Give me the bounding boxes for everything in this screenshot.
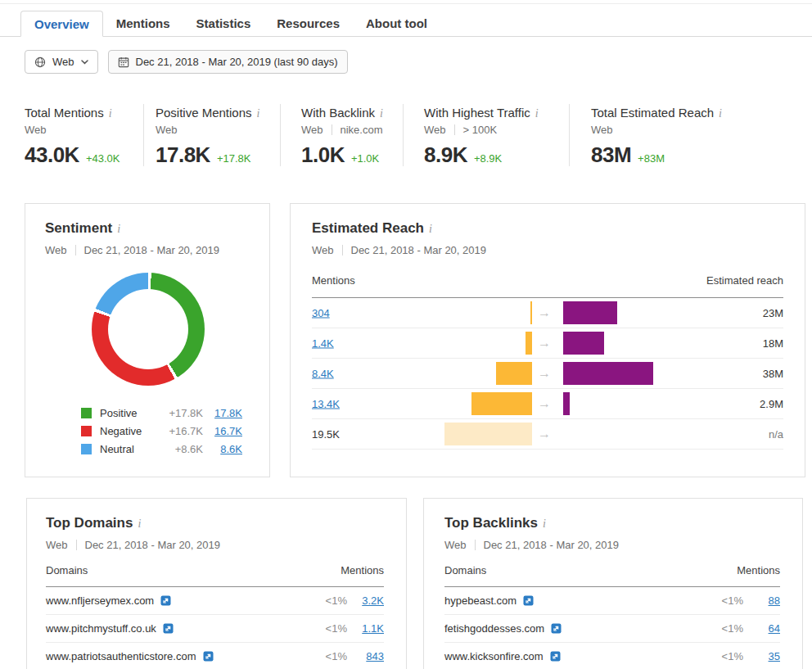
table-row: 8.4K → 38M [312,359,783,389]
neutral-count-link[interactable]: 8.6K [220,443,242,455]
estimated-reach-card-title: Estimated Reach [312,220,424,237]
info-icon[interactable]: i [719,107,722,120]
external-link-icon[interactable] [203,651,214,662]
page-top-divider [0,3,812,4]
mention-share: <1% [326,650,347,662]
stat-title: Total Estimated Reach [591,106,714,120]
stat-value: 83M [591,142,631,168]
table-row: 1.4K → 18M [312,328,783,359]
sentiment-card-subtitle: Web Dec 21, 2018 - Mar 20, 2019 [45,244,248,256]
mentions-bar [526,332,532,355]
mention-count-link[interactable]: 64 [769,622,780,635]
negative-count-link[interactable]: 16.7K [214,425,242,437]
table-row: 304 → 23M [312,298,783,328]
table-row: www.patriotsauthenticstore.com <1% 843 [46,643,384,669]
external-link-icon[interactable] [551,623,562,634]
filter-bar: Web Dec 21, 2018 - Mar 20, 2019 (last 90… [25,50,348,74]
top-backlinks-card: Top Backlinks i Web Dec 21, 2018 - Mar 2… [423,498,803,669]
tab-about-tool[interactable]: About tool [353,11,440,36]
subtitle-divider [475,540,476,550]
date-range-picker[interactable]: Dec 21, 2018 - Mar 20, 2019 (last 90 day… [108,50,348,74]
mention-count-link[interactable]: 3.2K [362,594,384,607]
column-header-mentions: Mentions [312,274,355,287]
stat-title: Total Mentions [25,106,104,120]
stat-with-highest-traffic: With Highest Traffici Web> 100K 8.9K+8.9… [403,104,569,166]
info-icon[interactable]: i [117,223,120,236]
chevron-down-icon [81,60,88,65]
subtitle-divider [342,245,343,255]
info-icon[interactable]: i [380,107,383,120]
subtitle-divider [76,540,77,550]
tab-statistics[interactable]: Statistics [183,11,264,36]
mentions-count-link[interactable]: 8.4K [312,368,334,380]
mention-share: <1% [326,594,347,607]
stat-value: 43.0K [25,142,79,168]
stat-with-backlink: With Backlinki Webnike.com 1.0K+1.0K [280,104,403,166]
reach-bar [563,332,604,355]
table-row: www.pitchmystuff.co.uk <1% 1.1K [46,615,384,643]
reach-value: 18M [763,337,783,350]
info-icon[interactable]: i [429,223,432,236]
legend-row-neutral: Neutral +8.6K 8.6K [81,440,242,458]
stat-delta: +43.0K [86,152,120,165]
positive-count-link[interactable]: 17.8K [214,407,242,419]
source-dropdown-label: Web [52,56,74,68]
top-domains-card-title: Top Domains [46,515,133,531]
reach-bar [563,362,653,385]
neutral-swatch [81,444,92,454]
stat-title: With Highest Traffic [424,106,530,120]
arrow-right-icon: → [538,305,551,320]
source-dropdown[interactable]: Web [25,50,98,74]
mentions-count-link[interactable]: 1.4K [312,337,334,350]
external-link-icon[interactable] [550,651,561,662]
arrow-right-icon: → [538,336,551,350]
arrow-right-icon: → [538,396,551,411]
domain-name: www.nfljerseymex.com [46,594,154,607]
external-link-icon[interactable] [523,595,534,606]
stat-total-mentions: Total Mentionsi Web 43.0K+43.0K [25,104,143,166]
mention-count-link[interactable]: 843 [366,650,384,662]
top-domains-table: www.nfljerseymex.com <1% 3.2K www.pitchm… [46,587,384,669]
top-domains-column-headers: Domains Mentions [46,564,384,587]
mentions-count-link[interactable]: 13.4K [312,398,340,410]
mention-count-link[interactable]: 88 [769,594,780,607]
stat-scope: Webnike.com [301,124,403,136]
stat-delta: +1.0K [351,152,379,165]
column-header-domains: Domains [46,564,88,576]
legend-row-positive: Positive +17.8K 17.8K [81,404,242,422]
top-backlinks-card-title: Top Backlinks [444,515,538,531]
reach-value: 2.9M [760,398,783,410]
column-header-estimated-reach: Estimated reach [706,274,783,287]
mentions-count: 19.5K [312,428,340,441]
info-icon[interactable]: i [535,107,539,120]
info-icon[interactable]: i [257,107,260,120]
info-icon[interactable]: i [138,518,141,531]
stat-delta: +83M [638,152,665,165]
stat-total-estimated-reach: Total Estimated Reachi Web 83M+83M [569,104,778,166]
info-icon[interactable]: i [109,107,112,120]
stat-value: 1.0K [301,142,345,168]
stat-positive-mentions: Positive Mentionsi Web 17.8K+17.8K [143,104,280,166]
column-header-mentions: Mentions [737,564,780,576]
mention-count-link[interactable]: 35 [769,650,780,662]
stat-scope: Web> 100K [424,124,569,136]
mentions-count-link[interactable]: 304 [312,307,330,319]
reach-value: n/a [769,428,783,441]
external-link-icon[interactable] [163,623,174,634]
mention-share: <1% [722,594,743,607]
estimated-reach-card-subtitle: Web Dec 21, 2018 - Mar 20, 2019 [312,244,783,256]
mention-count-link[interactable]: 1.1K [362,622,384,635]
top-domains-card-subtitle: Web Dec 21, 2018 - Mar 20, 2019 [46,539,385,551]
tab-resources[interactable]: Resources [264,11,353,36]
info-icon[interactable]: i [543,518,546,531]
tab-overview[interactable]: Overview [20,11,103,37]
column-header-mentions: Mentions [341,564,384,576]
stat-title: With Backlink [301,106,375,120]
tab-mentions[interactable]: Mentions [103,11,183,36]
external-link-icon[interactable] [160,595,171,606]
top-domains-card: Top Domains i Web Dec 21, 2018 - Mar 20,… [26,498,407,669]
stat-delta: +8.9K [474,152,502,165]
domain-name: www.pitchmystuff.co.uk [46,622,156,635]
legend-row-negative: Negative +16.7K 16.7K [81,422,242,440]
domain-name: www.kicksonfire.com [444,650,544,662]
